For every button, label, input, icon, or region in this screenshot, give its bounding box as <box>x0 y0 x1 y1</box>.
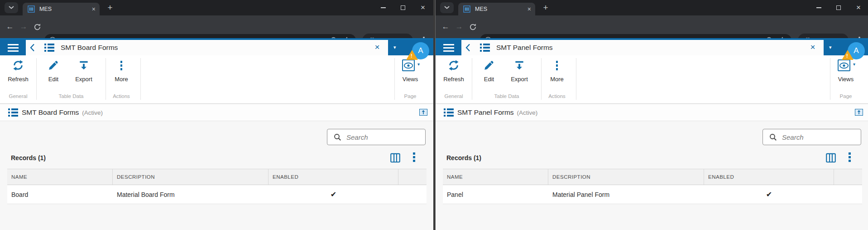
maximize-icon <box>401 5 405 10</box>
window-minimize-button[interactable] <box>373 0 393 15</box>
tab-close-icon[interactable]: × <box>528 6 531 12</box>
column-header-description[interactable]: DESCRIPTION <box>113 169 269 185</box>
reload-icon <box>469 23 477 31</box>
open-in-window-button[interactable] <box>419 109 427 116</box>
table-row[interactable]: Panel Material Panel Form ✔ <box>443 185 862 204</box>
hamburger-menu-button[interactable] <box>436 40 461 55</box>
refresh-button[interactable]: Refresh <box>2 59 34 83</box>
views-button[interactable] <box>838 59 850 71</box>
popup-arrow-icon <box>856 110 862 115</box>
cell-description: Material Board Form <box>113 185 269 204</box>
browser-window-right: MES × + × ← → localhost/Administration/T… <box>435 0 868 230</box>
edit-button[interactable]: Edit <box>38 59 69 83</box>
page-close-button[interactable]: × <box>371 40 383 55</box>
page-title: SMT Panel Forms <box>496 40 553 55</box>
more-button[interactable]: More <box>106 59 137 83</box>
group-label-actions: Actions <box>530 93 584 99</box>
table-header-row: NAME DESCRIPTION ENABLED <box>443 169 862 185</box>
views-caret-icon[interactable]: ▾ <box>417 62 420 67</box>
column-chooser-button[interactable] <box>389 152 401 166</box>
warning-icon[interactable]: ! <box>842 50 854 60</box>
group-label-page: Page <box>383 93 433 99</box>
export-icon <box>513 59 525 71</box>
group-label-table-data: Table Data <box>44 93 98 99</box>
columns-icon <box>389 152 401 164</box>
refresh-icon <box>448 59 460 71</box>
lookup-table-icon <box>8 108 18 118</box>
search-box[interactable] <box>327 129 426 145</box>
group-label-actions: Actions <box>94 93 149 99</box>
window-close-button[interactable]: × <box>849 0 868 15</box>
window-maximize-button[interactable] <box>393 0 413 15</box>
views-button[interactable] <box>402 59 415 71</box>
more-button[interactable]: More <box>541 59 573 83</box>
cell-enabled-check-icon: ✔ <box>704 185 834 204</box>
new-tab-button[interactable]: + <box>104 2 116 14</box>
back-button[interactable]: ← <box>4 15 16 38</box>
reload-button[interactable] <box>466 15 479 38</box>
hamburger-menu-button[interactable] <box>0 40 26 55</box>
column-header-name[interactable]: NAME <box>7 169 113 185</box>
forward-button[interactable]: → <box>453 15 465 38</box>
user-menu-caret-icon[interactable]: ▾ <box>393 40 396 55</box>
maximize-icon <box>836 5 841 10</box>
search-input[interactable] <box>782 133 850 141</box>
app-bar: SMT Board Forms × ▾ A ! <box>0 40 433 55</box>
app-back-button[interactable] <box>30 44 35 54</box>
lookup-table-icon <box>444 108 454 118</box>
column-chooser-button[interactable] <box>825 152 837 166</box>
cell-description: Material Panel Form <box>548 185 704 204</box>
page-title: SMT Board Forms <box>61 40 118 55</box>
new-tab-button[interactable]: + <box>540 2 551 14</box>
column-header-enabled[interactable]: ENABLED <box>269 169 398 185</box>
reload-icon <box>34 23 41 31</box>
page-close-button[interactable]: × <box>807 40 819 55</box>
grid-menu-button[interactable] <box>849 152 851 162</box>
window-minimize-button[interactable] <box>809 0 829 15</box>
reload-button[interactable] <box>31 15 43 38</box>
views-caret-icon[interactable]: ▾ <box>853 62 855 67</box>
column-header-spacer <box>398 169 427 185</box>
browser-tab[interactable]: MES × <box>23 3 100 15</box>
records-table: NAME DESCRIPTION ENABLED Board Material … <box>7 169 427 204</box>
ribbon-toolbar: Refresh Edit Export More ▾ Views <box>436 55 868 104</box>
warning-icon[interactable]: ! <box>406 50 418 60</box>
export-button[interactable]: Export <box>68 59 100 83</box>
refresh-icon <box>12 59 24 71</box>
chevron-down-icon <box>9 6 14 10</box>
search-box[interactable] <box>762 129 861 145</box>
browser-tab[interactable]: MES × <box>458 3 535 15</box>
active-badge: (Active) <box>517 109 538 116</box>
user-menu-caret-icon[interactable]: ▾ <box>829 40 832 55</box>
export-icon <box>78 59 90 71</box>
window-maximize-button[interactable] <box>829 0 849 15</box>
records-count: Records (1) <box>11 154 46 161</box>
desktop: MES × + × ← → localhost/Administration/T… <box>0 0 868 230</box>
chevron-left-icon <box>30 44 35 52</box>
column-header-name[interactable]: NAME <box>443 169 548 185</box>
column-header-enabled[interactable]: ENABLED <box>704 169 834 185</box>
pencil-icon <box>483 59 495 71</box>
grid-menu-button[interactable] <box>413 152 415 162</box>
forward-button[interactable]: → <box>17 15 30 38</box>
search-input[interactable] <box>346 133 414 141</box>
tab-search-button[interactable] <box>440 2 454 13</box>
refresh-button[interactable]: Refresh <box>438 59 470 83</box>
app-back-button[interactable] <box>465 44 470 54</box>
minimize-icon <box>381 7 386 8</box>
tab-search-button[interactable] <box>5 2 18 13</box>
mes-favicon-icon <box>28 5 35 13</box>
chevron-down-icon <box>444 6 450 10</box>
section-title: SMT Panel Forms(Active) <box>457 104 537 121</box>
window-close-button[interactable]: × <box>413 0 433 15</box>
tab-title: MES <box>39 6 92 12</box>
browser-window-left: MES × + × ← → localhost/Administration/T… <box>0 0 433 230</box>
export-button[interactable]: Export <box>504 59 535 83</box>
open-in-window-button[interactable] <box>855 109 863 116</box>
section-header: SMT Board Forms(Active) <box>0 104 433 121</box>
column-header-description[interactable]: DESCRIPTION <box>548 169 704 185</box>
back-button[interactable]: ← <box>439 15 452 38</box>
edit-button[interactable]: Edit <box>473 59 505 83</box>
tab-close-icon[interactable]: × <box>92 6 96 12</box>
table-row[interactable]: Board Material Board Form ✔ <box>7 185 427 204</box>
